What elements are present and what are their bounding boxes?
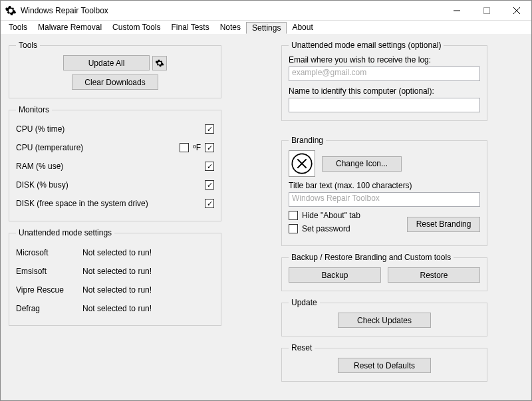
reset-branding-button[interactable]: Reset Branding <box>407 217 480 232</box>
monitor-label-4: DISK (free space in the system drive) <box>16 199 148 208</box>
monitor-label-1: CPU (temperature) <box>16 143 83 152</box>
branding-legend: Branding <box>289 136 326 145</box>
titlebar-text-input[interactable]: Windows Repair Toolbox <box>289 192 480 207</box>
reset-group: Reset Reset to Defaults <box>281 343 487 382</box>
monitors-group: Monitors CPU (% time)CPU (temperature)ºF… <box>9 105 221 221</box>
change-icon-button[interactable]: Change Icon... <box>322 156 402 172</box>
update-group: Update Check Updates <box>281 298 487 336</box>
tab-tools[interactable]: Tools <box>3 22 33 33</box>
maximize-button[interactable] <box>471 1 501 20</box>
monitor-label-0: CPU (% time) <box>16 124 65 134</box>
tab-malware-removal[interactable]: Malware Removal <box>33 22 107 33</box>
unattended-status-1: Not selected to run! <box>82 267 214 276</box>
content-area: Tools Update All Clear Downloads Monitor… <box>1 34 531 401</box>
tools-icon <box>291 153 313 174</box>
monitor-checkbox-4[interactable] <box>205 199 214 208</box>
set-password-checkbox[interactable] <box>289 224 298 233</box>
monitor-label-3: DISK (% busy) <box>16 180 68 190</box>
monitor-label-2: RAM (% use) <box>16 162 63 171</box>
reset-legend: Reset <box>289 343 315 352</box>
unattended-status-0: Not selected to run! <box>82 248 214 257</box>
set-password-label: Set password <box>302 224 350 233</box>
unattended-status-3: Not selected to run! <box>82 304 214 313</box>
app-icon <box>5 5 17 17</box>
tab-notes[interactable]: Notes <box>215 22 246 33</box>
branding-icon-preview <box>289 150 315 177</box>
email-label: Email where you wish to receive the log: <box>289 55 480 65</box>
reset-defaults-button[interactable]: Reset to Defaults <box>338 358 431 373</box>
tab-final-tests[interactable]: Final Tests <box>166 22 215 33</box>
email-legend: Unattended mode email settings (optional… <box>289 41 444 50</box>
tab-settings[interactable]: Settings <box>246 22 287 34</box>
svg-rect-0 <box>483 7 489 13</box>
monitors-legend: Monitors <box>16 105 52 114</box>
backup-legend: Backup / Restore Branding and Custom too… <box>289 253 454 262</box>
computer-name-input[interactable] <box>289 98 480 112</box>
monitor-checkbox-2[interactable] <box>205 162 214 171</box>
monitor-extra-label-1: ºF <box>193 143 201 152</box>
tools-legend: Tools <box>16 41 40 50</box>
check-updates-button[interactable]: Check Updates <box>338 313 431 328</box>
close-button[interactable] <box>501 1 531 20</box>
clear-downloads-button[interactable]: Clear Downloads <box>72 74 158 90</box>
minimize-button[interactable] <box>442 1 471 20</box>
tab-about[interactable]: About <box>287 22 318 33</box>
hide-about-checkbox[interactable] <box>289 211 298 220</box>
email-input[interactable]: example@gmail.com <box>289 67 480 81</box>
tools-group: Tools Update All Clear Downloads <box>9 41 221 98</box>
unattended-name-2: Vipre Rescue <box>16 285 82 295</box>
unattended-group: Unattended mode settings MicrosoftNot se… <box>9 228 221 326</box>
titlebar: Windows Repair Toolbox <box>1 1 531 21</box>
monitor-checkbox-3[interactable] <box>205 180 214 190</box>
window-title: Windows Repair Toolbox <box>21 6 442 15</box>
email-group: Unattended mode email settings (optional… <box>281 41 487 121</box>
branding-group: Branding Change Icon... Title bar text (… <box>281 136 487 246</box>
gear-icon <box>155 59 164 68</box>
unattended-legend: Unattended mode settings <box>16 228 114 237</box>
backup-button[interactable]: Backup <box>289 267 381 283</box>
tab-custom-tools[interactable]: Custom Tools <box>107 22 166 33</box>
hide-about-label: Hide "About" tab <box>302 211 360 220</box>
unattended-name-0: Microsoft <box>16 248 82 257</box>
tabstrip: Tools Malware Removal Custom Tools Final… <box>1 21 531 34</box>
update-legend: Update <box>289 298 320 307</box>
restore-button[interactable]: Restore <box>388 267 480 283</box>
monitor-checkbox-1[interactable] <box>205 143 214 152</box>
monitor-checkbox-0[interactable] <box>205 124 214 134</box>
computer-name-label: Name to identify this computer (optional… <box>289 86 480 96</box>
unattended-name-1: Emsisoft <box>16 267 82 276</box>
backup-group: Backup / Restore Branding and Custom too… <box>281 253 487 291</box>
unattended-status-2: Not selected to run! <box>82 285 214 295</box>
titlebar-text-label: Title bar text (max. 100 characters) <box>289 181 480 190</box>
update-all-button[interactable]: Update All <box>63 55 150 70</box>
monitor-extra-checkbox-1[interactable] <box>180 143 189 152</box>
update-settings-button[interactable] <box>152 56 167 70</box>
unattended-name-3: Defrag <box>16 304 82 313</box>
